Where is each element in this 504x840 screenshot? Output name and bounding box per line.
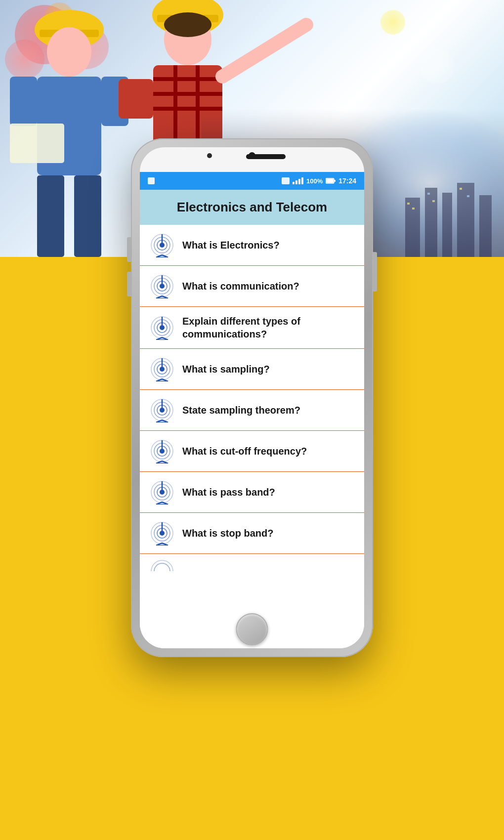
home-button[interactable] [236,613,268,645]
bokeh-circle [380,10,405,35]
list-item[interactable]: Explain different types of communication… [140,307,364,349]
list-item[interactable]: What is communication? [140,266,364,307]
svg-point-104 [154,563,170,571]
list-item-text: What is communication? [182,280,299,293]
svg-rect-28 [457,183,474,257]
svg-rect-30 [407,203,410,205]
list-item[interactable]: State sampling theorem? [140,390,364,431]
phone-screen: 100% 17:24 Electronics and Telecom [140,147,364,648]
svg-rect-8 [74,175,101,257]
signal-bar-2 [295,180,297,184]
status-bar: 100% 17:24 [140,172,364,190]
svg-point-2 [47,27,91,77]
list-item[interactable]: What is pass band? [140,472,364,513]
list-item-text: Explain different types of communication… [182,315,354,340]
antenna-icon [150,233,174,257]
svg-rect-34 [460,188,462,190]
svg-point-12 [164,12,211,37]
power-button[interactable] [373,252,377,292]
phone-top-notch [140,147,364,172]
notification-icon [148,177,155,184]
signal-bar-1 [293,182,294,184]
status-time: 17:24 [338,177,356,185]
svg-rect-35 [467,195,469,197]
list-item-text: What is sampling? [182,363,270,376]
list-item[interactable]: What is stop band? [140,513,364,554]
list-item[interactable]: What is Electronics? [140,225,364,266]
svg-rect-32 [427,193,430,195]
svg-rect-25 [405,198,420,257]
sd-card-icon [282,177,290,184]
status-left-icons [148,177,155,184]
svg-point-82 [160,449,165,454]
list-item-text: State sampling theorem? [182,404,300,417]
svg-point-98 [160,531,165,536]
svg-rect-6 [10,124,64,163]
speaker-grille [246,154,286,159]
yellow-bottom [0,642,504,840]
phone-wrapper: 100% 17:24 Electronics and Telecom [131,138,373,657]
antenna-icon [150,315,174,340]
svg-line-19 [222,25,306,77]
status-right-info: 100% 17:24 [282,177,356,185]
svg-rect-27 [442,193,452,257]
svg-rect-21 [119,79,153,119]
antenna-icon [150,274,174,298]
volume-down-button[interactable] [127,272,131,296]
svg-point-20 [299,18,311,30]
antenna-icon [150,521,174,546]
svg-rect-33 [432,200,435,202]
list-container: What is Electronics? What is communicati… [140,225,364,648]
svg-rect-7 [37,175,64,257]
antenna-icon [150,357,174,381]
svg-point-90 [160,490,165,495]
list-item-text: What is stop band? [182,527,273,540]
svg-point-50 [160,284,165,289]
signal-bar-3 [298,179,300,184]
svg-point-42 [160,243,165,248]
antenna-icon [150,398,174,422]
svg-rect-26 [425,188,437,257]
svg-rect-38 [334,180,336,182]
front-camera-secondary [207,153,212,158]
svg-rect-29 [479,195,492,257]
svg-rect-4 [10,77,37,126]
signal-strength-icon [293,177,303,184]
bokeh-circle [420,49,455,84]
list-item-partial[interactable] [140,554,364,579]
list-item-text: What is cut-off frequency? [182,445,307,458]
signal-bar-4 [301,177,303,184]
list-item[interactable]: What is sampling? [140,349,364,390]
battery-icon [326,178,336,184]
antenna-icon [150,439,174,463]
antenna-icon [150,559,174,571]
volume-up-button[interactable] [127,237,131,262]
list-item-text: What is pass band? [182,486,275,499]
list-item-text: What is Electronics? [182,239,280,252]
phone-frame: 100% 17:24 Electronics and Telecom [131,138,373,657]
battery-percentage: 100% [306,177,323,185]
svg-point-58 [160,325,165,330]
list-item[interactable]: What is cut-off frequency? [140,431,364,472]
svg-point-74 [160,408,165,413]
svg-point-66 [160,367,165,372]
antenna-icon [150,480,174,504]
svg-rect-31 [412,208,415,210]
app-title: Electronics and Telecom [177,200,327,214]
app-header: Electronics and Telecom [140,190,364,225]
svg-rect-37 [326,179,334,183]
